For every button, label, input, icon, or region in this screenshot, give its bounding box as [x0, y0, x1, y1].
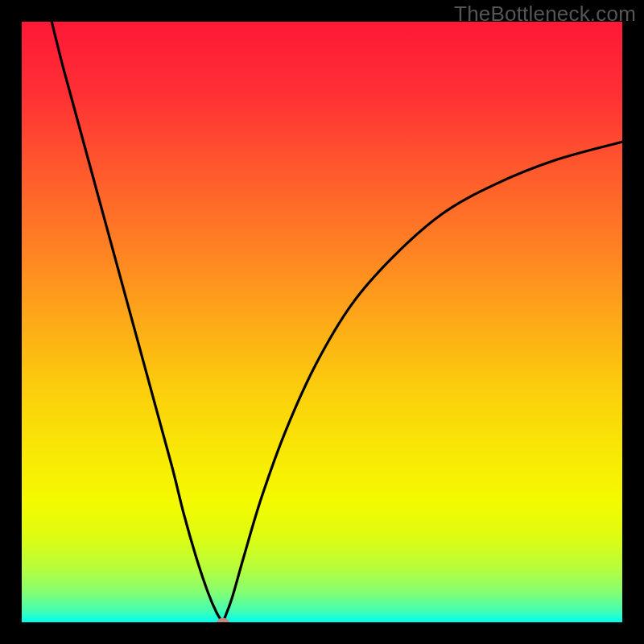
- watermark-label: TheBottleneck.com: [454, 2, 636, 27]
- curve-left-branch: [52, 22, 223, 622]
- minimum-marker: [217, 618, 229, 623]
- chart-frame: TheBottleneck.com: [0, 0, 644, 644]
- curve-right-branch: [223, 142, 622, 622]
- plot-area: [22, 22, 622, 622]
- bottleneck-curve: [22, 22, 622, 622]
